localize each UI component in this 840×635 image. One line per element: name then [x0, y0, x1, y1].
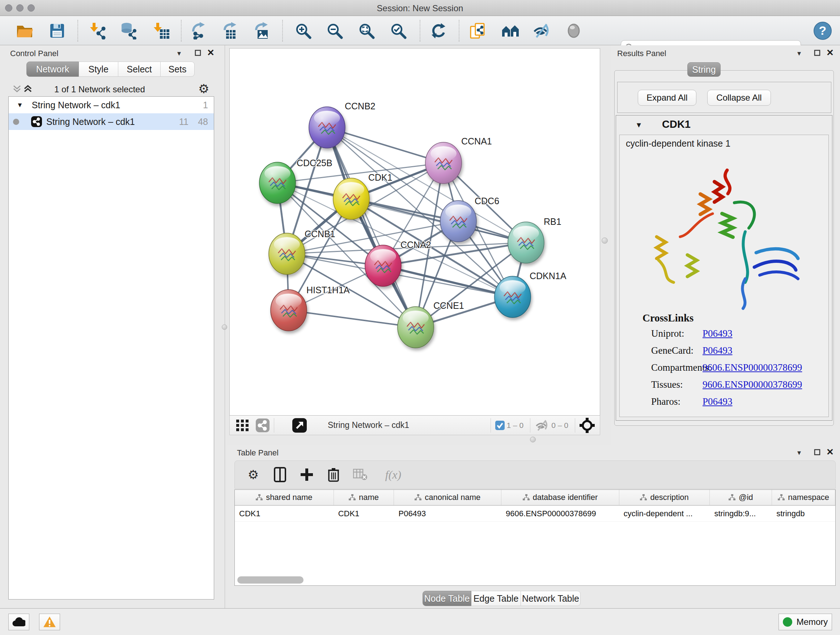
column-type-icon	[640, 494, 647, 501]
tab-network[interactable]: Network	[27, 62, 79, 77]
apply-layout-button[interactable]	[429, 21, 448, 40]
zoom-out-button[interactable]	[325, 21, 344, 40]
column-header-namespace[interactable]: namespace	[772, 490, 835, 505]
control-panel-close-icon[interactable]: ✕	[207, 48, 215, 58]
function-builder-button[interactable]: f(x)	[379, 466, 408, 483]
delete-column-button[interactable]	[325, 466, 342, 483]
export-image-button[interactable]	[253, 21, 271, 40]
zoom-in-button[interactable]	[294, 21, 313, 40]
table-horizontal-scrollbar[interactable]	[237, 576, 303, 584]
crosslink-compartments-link[interactable]: 9606.ENSP00000378699	[703, 362, 802, 373]
help-button[interactable]: ?	[813, 21, 832, 40]
import-network-database-button[interactable]	[118, 21, 137, 40]
node-CCNA1[interactable]	[425, 142, 462, 184]
show-columns-button[interactable]	[272, 466, 288, 483]
zoom-selected-button[interactable]	[389, 21, 408, 40]
node-CDK1[interactable]	[333, 178, 369, 219]
show-all-button[interactable]	[564, 21, 583, 40]
node-HIST1H1A[interactable]	[271, 290, 307, 331]
export-network-button[interactable]	[189, 21, 208, 40]
crosslink-label: Pharos:	[651, 396, 681, 407]
grid-view-icon[interactable]	[236, 420, 249, 431]
crosslink-tissues-link[interactable]: 9606.ENSP00000378699	[703, 379, 802, 390]
node-CCNA2[interactable]	[365, 245, 401, 287]
network-options-gear-icon[interactable]: ⚙	[198, 81, 209, 96]
node-CDKN1A[interactable]	[494, 276, 531, 318]
node-CDC6[interactable]	[440, 201, 477, 242]
node-CCNE1[interactable]	[398, 307, 434, 348]
column-header-database-identifier[interactable]: database identifier	[501, 490, 619, 505]
column-header-name[interactable]: name	[334, 490, 394, 505]
crosslink-genecard-link[interactable]: P06493	[703, 345, 733, 356]
table-panel-close-icon[interactable]: ✕	[826, 447, 834, 457]
control-panel-float-icon[interactable]	[195, 50, 201, 56]
table-panel-menu-icon[interactable]: ▾	[797, 448, 801, 457]
network-collection-row[interactable]: ▼ String Network – cdk1 1	[9, 97, 214, 113]
main-toolbar: ?	[0, 16, 840, 45]
cloud-status-button[interactable]	[8, 614, 29, 630]
selected-checkbox-icon[interactable]	[495, 421, 505, 430]
save-session-button[interactable]	[48, 21, 66, 40]
export-table-button[interactable]	[221, 21, 240, 40]
table-options-button[interactable]: ⚙	[245, 466, 262, 483]
warnings-button[interactable]	[39, 614, 60, 630]
string-network-icon	[31, 116, 42, 127]
crosslink-pharos-link[interactable]: P06493	[703, 396, 733, 407]
table-panel-float-icon[interactable]	[814, 449, 821, 455]
open-session-button[interactable]	[15, 21, 34, 40]
control-panel-menu-icon[interactable]: ▾	[177, 49, 181, 57]
trash-icon	[328, 467, 339, 482]
expand-all-icon[interactable]	[23, 84, 33, 94]
results-panel-menu-icon[interactable]: ▾	[797, 49, 801, 57]
crosslink-uniprot-link[interactable]: P06493	[703, 328, 733, 339]
delete-table-button[interactable]	[352, 466, 369, 483]
expand-all-button[interactable]: Expand All	[638, 90, 696, 106]
hide-selected-button[interactable]	[532, 21, 551, 40]
collapse-all-icon[interactable]	[12, 84, 22, 94]
clone-network-button[interactable]	[469, 21, 488, 40]
footer-divider	[575, 418, 575, 432]
gene-description: cyclin-dependent kinase 1	[626, 138, 730, 149]
node-CCNB2[interactable]	[309, 107, 345, 148]
import-table-file-button[interactable]	[152, 21, 171, 40]
collapse-caret-icon[interactable]: ▼	[17, 101, 23, 109]
first-neighbors-button[interactable]	[501, 21, 520, 40]
tab-sets[interactable]: Sets	[161, 62, 195, 77]
right-splitter-handle[interactable]	[602, 238, 608, 244]
cell-shared-name: CDK1	[235, 506, 334, 521]
results-panel-float-icon[interactable]	[814, 50, 821, 56]
birds-eye-view-icon[interactable]	[579, 418, 595, 433]
tab-network-table[interactable]: Network Table	[521, 591, 581, 606]
create-column-button[interactable]	[298, 466, 315, 483]
network-row[interactable]: String Network – cdk1 11 48	[9, 113, 214, 130]
network-view-canvas[interactable]: CCNB2CCNA1CDC25BCDK1CDC6RB1CCNB1CCNA2CDK…	[229, 48, 600, 416]
tab-style[interactable]: Style	[79, 62, 118, 77]
network-row-label: String Network – cdk1	[46, 117, 135, 127]
tab-edge-table[interactable]: Edge Table	[471, 591, 521, 606]
node-CDC25B[interactable]	[259, 162, 295, 203]
node-CCNB1[interactable]	[269, 233, 305, 274]
column-header-shared-name[interactable]: shared name	[235, 490, 334, 505]
tab-string[interactable]: String	[687, 62, 721, 77]
string-view-icon[interactable]	[256, 418, 270, 432]
import-network-file-button[interactable]	[88, 21, 107, 40]
bottom-splitter-handle[interactable]	[530, 437, 536, 442]
table-row[interactable]: CDK1 CDK1 P06493 9606.ENSP00000378699 cy…	[235, 506, 835, 522]
tab-select[interactable]: Select	[118, 62, 161, 77]
column-header-description[interactable]: description	[619, 490, 710, 505]
zoom-fit-button[interactable]	[357, 21, 376, 40]
tab-node-table[interactable]: Node Table	[423, 591, 471, 606]
results-panel-close-icon[interactable]: ✕	[826, 48, 834, 58]
collapse-all-button[interactable]: Collapse All	[707, 90, 771, 106]
hidden-eye-slash-icon[interactable]	[535, 419, 549, 432]
column-header-canonical-name[interactable]: canonical name	[394, 490, 501, 505]
memory-button[interactable]: Memory	[778, 614, 832, 630]
gene-collapse-caret-icon[interactable]: ▼	[635, 121, 643, 129]
open-in-window-icon[interactable]	[292, 418, 307, 432]
cell-database-identifier: 9606.ENSP00000378699	[501, 506, 619, 521]
column-header-id[interactable]: @id	[710, 490, 772, 505]
left-splitter-handle[interactable]	[222, 325, 227, 330]
window-title: Session: New Session	[0, 3, 840, 13]
node-RB1[interactable]	[508, 222, 544, 263]
zoom-selected-icon	[390, 22, 407, 39]
